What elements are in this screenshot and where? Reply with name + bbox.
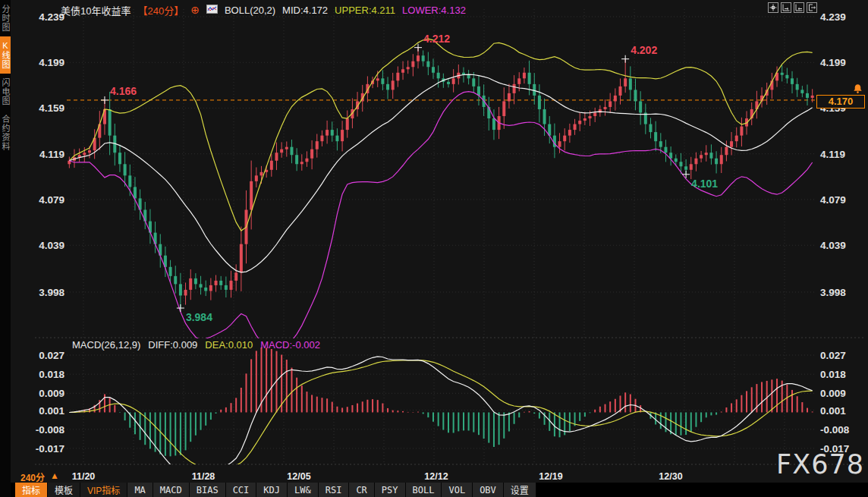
bell-icon[interactable] [852,83,863,94]
svg-text:4.079: 4.079 [39,194,64,206]
date-label: 11/20 [72,471,96,482]
toolbar-button-VOL[interactable]: VOL [442,483,473,497]
target-icon[interactable]: ⊕ [190,5,200,15]
boll-upper-value: UPPER:4.211 [335,5,395,16]
boll-lower-value: LOWER:4.132 [402,5,466,16]
toolbar-button-LW&[interactable]: LW& [288,483,319,497]
macd-label: MACD(26,12,9) [72,339,140,351]
y-axis-scale-icon[interactable] [794,2,804,13]
price-panel[interactable]: 4.1663.9844.2124.2024.101 [67,33,816,351]
svg-text:4.119: 4.119 [39,149,64,160]
toolbar-button-设置[interactable]: 设置 [504,483,536,497]
svg-text:4.119: 4.119 [820,149,845,160]
instrument-title: 美债10年收益率 [61,3,131,17]
toolbar-button-OBV[interactable]: OBV [473,483,504,497]
date-label: 12/30 [659,471,682,482]
boll-upper-line [69,39,812,231]
svg-text:0.009: 0.009 [39,388,64,399]
svg-text:4.166: 4.166 [110,85,137,97]
kline-chart-canvas[interactable]: 4.1663.9844.2124.2024.1014.2394.2394.199… [0,0,868,497]
x-axis-scale-icon[interactable] [781,2,791,13]
sidebar-tab-K线图[interactable]: K线图 [0,36,11,74]
svg-text:4.212: 4.212 [423,33,450,45]
svg-text:3.998: 3.998 [39,287,64,298]
svg-text:4.202: 4.202 [631,44,657,56]
svg-text:4.101: 4.101 [691,178,718,190]
toolbar-button-指标[interactable]: 指标 [15,483,48,497]
toolbar-button-模板[interactable]: 模板 [48,483,80,497]
svg-text:4.039: 4.039 [39,240,64,251]
price-header: 美债10年收益率 【240分】 ⊕ BOLL(20,2) MID:4.172 U… [61,3,466,17]
svg-text:-0.017: -0.017 [36,443,64,455]
period-label[interactable]: 【240分】 [137,3,184,17]
toolbar-button-CR[interactable]: CR [349,483,374,497]
toolbar-button-MA[interactable]: MA [127,483,153,497]
svg-text:-0.008: -0.008 [36,424,65,436]
svg-text:4.199: 4.199 [39,57,64,68]
svg-text:0.009: 0.009 [820,388,846,399]
date-label: 12/05 [287,471,310,482]
macd-value: MACD:-0.002 [260,339,320,351]
toolbar-button-BOLL[interactable]: BOLL [406,483,442,497]
export-icon[interactable] [807,2,817,13]
svg-text:0.001: 0.001 [39,405,64,417]
date-label: 12/19 [539,471,562,482]
toolbar-button-VIP指标[interactable]: VIP指标 [80,483,127,497]
pan-icon[interactable] [768,2,778,13]
date-label: 12/12 [424,471,448,482]
svg-text:4.239: 4.239 [820,11,846,23]
sidebar-tab-合约资料[interactable]: 合约资料 [0,110,11,156]
macd-dea-value: DEA:0.010 [205,339,253,351]
mini-chart-icon[interactable] [206,5,218,16]
svg-text:3.984: 3.984 [186,311,212,323]
toolbar-button-PSY[interactable]: PSY [375,483,406,497]
svg-text:4.079: 4.079 [820,194,846,206]
svg-text:4.199: 4.199 [820,57,846,68]
chart-window-controls [768,2,817,13]
sidebar-tab-闪电图[interactable]: 闪电图 [0,74,11,110]
dropdown-arrow-icon: ▲ [50,470,59,483]
period-selector-label: 240分 [20,470,45,483]
svg-text:-0.008: -0.008 [820,424,850,436]
axis-labels: 4.2394.2394.1994.1994.1594.1594.1194.119… [36,11,850,482]
date-label: 11/28 [192,471,215,482]
toolbar-button-BIAS[interactable]: BIAS [190,483,226,497]
svg-text:0.001: 0.001 [820,405,846,417]
boll-label: BOLL(20,2) [225,5,275,16]
svg-text:3.998: 3.998 [820,287,846,298]
indicator-toolbar: 指标模板VIP指标MAMACDBIASCCIKDJLW&RSICRPSYBOLL… [11,483,868,497]
toolbar-button-KDJ[interactable]: KDJ [256,483,288,497]
watermark: FX678 [776,449,864,480]
svg-text:4.039: 4.039 [820,240,846,251]
sidebar-tab-分时图[interactable]: 分时图 [0,0,11,36]
grid-layer [35,9,865,464]
svg-text:4.159: 4.159 [39,102,64,114]
macd-header: MACD(26,12,9) DIFF:0.009 DEA:0.010 MACD:… [72,339,320,351]
chart-type-sidebar: 分时图K线图闪电图合约资料 [0,0,11,497]
macd-diff-value: DIFF:0.009 [148,339,197,351]
toolbar-button-MACD[interactable]: MACD [153,483,190,497]
last-price-box[interactable]: 4.170 [816,95,865,109]
period-selector[interactable]: 240分 ▲ [20,470,59,483]
toolbar-button-CCI[interactable]: CCI [226,483,257,497]
toolbar-button-RSI[interactable]: RSI [319,483,350,497]
macd-panel[interactable] [69,348,812,477]
svg-text:0.018: 0.018 [39,369,64,380]
boll-mid-line [69,74,812,272]
svg-text:0.018: 0.018 [820,369,846,380]
svg-text:0.027: 0.027 [39,350,64,361]
boll-mid-value: MID:4.172 [282,5,328,16]
svg-text:0.027: 0.027 [820,350,846,361]
